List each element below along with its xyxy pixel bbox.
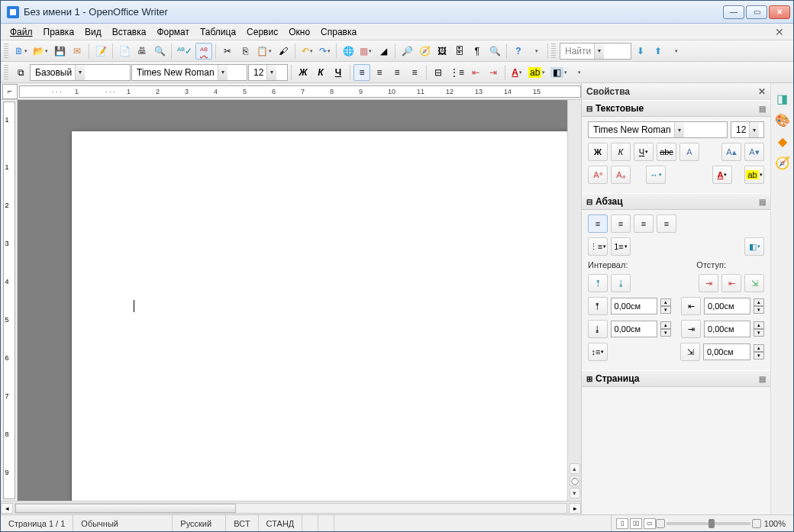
status-selection-mode[interactable]: СТАНД <box>259 515 303 531</box>
zoom-slider[interactable] <box>667 522 750 525</box>
horizontal-ruler[interactable]: ⌐ · · · 1 · · · 1 2 3 4 5 6 7 8 9 10 11 … <box>1 83 581 100</box>
increase-indent-button[interactable]: ⇥ <box>485 64 502 81</box>
decrease-indent-button[interactable]: ⇤ <box>467 64 484 81</box>
side-italic-button[interactable]: К <box>611 143 631 161</box>
side-font-color-button[interactable]: A▾ <box>712 166 732 184</box>
font-name-combo[interactable]: Times New Roman▾ <box>131 64 247 81</box>
numbering-button[interactable]: ⊟ <box>430 64 447 81</box>
new-button[interactable]: 🗎▾ <box>12 43 30 60</box>
sidetab-properties-icon[interactable]: ◨ <box>775 91 790 106</box>
para-align-right[interactable]: ≡ <box>634 214 654 233</box>
side-grow-font-button[interactable]: A▴ <box>721 143 741 161</box>
below-spacing-input[interactable]: 0,00см <box>611 321 657 337</box>
styles-button[interactable]: ⧉ <box>12 64 29 81</box>
menu-format[interactable]: Формат <box>152 25 194 39</box>
toolbar-overflow[interactable]: ▾ <box>528 43 544 60</box>
vertical-ruler[interactable]: 1 1 2 3 4 5 6 7 8 9 <box>1 100 18 501</box>
para-bg-button[interactable]: ◧▾ <box>744 237 764 256</box>
toolbar-grip-2[interactable] <box>4 65 8 80</box>
status-page[interactable]: Страница 1 / 1 <box>1 515 73 531</box>
view-single-icon[interactable]: ▯ <box>616 518 628 529</box>
bullets-button[interactable]: ⋮≡ <box>447 64 466 81</box>
copy-button[interactable]: ⎘ <box>237 43 253 60</box>
email-button[interactable]: ✉ <box>69 43 86 60</box>
italic-button[interactable]: К <box>312 64 329 81</box>
line-spacing-button[interactable]: ↕≡▾ <box>588 343 608 361</box>
minimize-button[interactable]: — <box>723 5 744 19</box>
tab-type-button[interactable]: ⌐ <box>2 84 18 99</box>
above-spinner[interactable]: ▴▾ <box>660 298 671 314</box>
hanging-indent-button[interactable]: ⇲ <box>744 274 764 292</box>
panel-more-icon[interactable]: ▤ <box>759 198 766 206</box>
dec-spacing-button[interactable]: ⭳ <box>611 274 631 292</box>
ruler-scale-h[interactable]: · · · 1 · · · 1 2 3 4 5 6 7 8 9 10 11 12… <box>19 85 581 98</box>
view-multi-icon[interactable]: ▯▯ <box>630 518 642 529</box>
view-book-icon[interactable]: ▭ <box>644 518 656 529</box>
navigator-button[interactable]: 🧭 <box>416 43 433 60</box>
page[interactable] <box>71 131 567 501</box>
align-center-button[interactable]: ≡ <box>371 64 388 81</box>
autospell-button[interactable]: ᴬᴮ <box>195 43 212 60</box>
menu-help[interactable]: Справка <box>316 25 361 39</box>
menu-tools[interactable]: Сервис <box>242 25 282 39</box>
right-indent-input[interactable]: 0,00см <box>704 321 750 337</box>
horizontal-scrollbar[interactable]: ◂ ▸ <box>1 501 581 514</box>
side-spacing-button[interactable]: ↔▾ <box>646 166 666 184</box>
side-shadow-button[interactable]: A <box>679 143 699 161</box>
find-prev-button[interactable]: ⬆ <box>650 43 667 60</box>
menu-window[interactable]: Окно <box>284 25 315 39</box>
table-button[interactable]: ▦▾ <box>357 43 374 60</box>
sidebar-close-icon[interactable]: ✕ <box>758 86 766 97</box>
dec-indent-button[interactable]: ⇤ <box>721 274 741 292</box>
redo-button[interactable]: ↷▾ <box>316 43 333 60</box>
save-button[interactable]: 💾 <box>51 43 68 60</box>
show-draw-button[interactable]: ◢ <box>375 43 392 60</box>
vertical-scrollbar[interactable]: ▴ ◯ ▾ <box>567 100 581 501</box>
format-paint-button[interactable]: 🖌 <box>275 43 292 60</box>
find-toolbar-grip[interactable] <box>551 44 556 59</box>
bold-button[interactable]: Ж <box>295 64 311 81</box>
right-spinner[interactable]: ▴▾ <box>754 321 764 337</box>
maximize-button[interactable]: ▭ <box>746 5 767 19</box>
spellcheck-button[interactable]: ᴬᴮ✓ <box>175 43 195 60</box>
nav-circle-icon[interactable]: ◯ <box>570 476 580 486</box>
first-indent-input[interactable]: 0,00см <box>703 343 750 360</box>
edit-file-button[interactable]: 📝 <box>92 43 109 60</box>
page-down-icon[interactable]: ▾ <box>570 488 580 498</box>
menu-view[interactable]: Вид <box>80 25 106 39</box>
zoom-button[interactable]: 🔍 <box>486 43 503 60</box>
background-button[interactable]: ◧▾ <box>548 64 570 81</box>
find-input[interactable]: Найти▾ <box>560 43 631 60</box>
find-replace-button[interactable]: 🔎 <box>399 43 415 60</box>
side-size-combo[interactable]: 12▾ <box>731 121 764 138</box>
para-align-justify[interactable]: ≡ <box>657 214 676 233</box>
preview-button[interactable]: 🔍 <box>151 43 168 60</box>
menu-table[interactable]: Таблица <box>195 25 240 39</box>
inc-spacing-button[interactable]: ⭱ <box>588 274 608 292</box>
open-button[interactable]: 📂▾ <box>31 43 50 60</box>
document-canvas[interactable] <box>18 100 567 501</box>
status-insert-mode[interactable]: ВСТ <box>226 515 258 531</box>
export-pdf-button[interactable]: 📄 <box>116 43 133 60</box>
menu-edit[interactable]: Правка <box>39 25 79 39</box>
para-align-center[interactable]: ≡ <box>611 214 631 233</box>
paste-button[interactable]: 📋▾ <box>254 43 274 60</box>
side-highlight-button[interactable]: ab▾ <box>744 166 764 184</box>
left-indent-input[interactable]: 0,00см <box>704 298 750 314</box>
close-button[interactable]: ✕ <box>769 5 790 19</box>
font-size-combo[interactable]: 12▾ <box>248 64 288 81</box>
panel-para-header[interactable]: ⊟Абзац ▤ <box>582 193 770 210</box>
panel-page-header[interactable]: ⊞Страница ▤ <box>582 370 770 387</box>
sidetab-gallery-icon[interactable]: ◆ <box>775 134 790 149</box>
para-numbering[interactable]: 1≡▾ <box>611 237 631 256</box>
panel-text-header[interactable]: ⊟Текстовые ▤ <box>582 100 770 117</box>
para-bullets[interactable]: ⋮≡▾ <box>588 237 608 256</box>
align-left-button[interactable]: ≡ <box>353 64 370 81</box>
panel-more-icon[interactable]: ▤ <box>759 105 766 113</box>
help-button[interactable]: ? <box>510 43 527 60</box>
paragraph-style-combo[interactable]: Базовый▾ <box>30 64 131 81</box>
nonprinting-button[interactable]: ¶ <box>469 43 486 60</box>
cut-button[interactable]: ✂ <box>219 43 236 60</box>
status-page-style[interactable]: Обычный <box>73 515 173 531</box>
sidetab-styles-icon[interactable]: 🎨 <box>775 112 790 127</box>
